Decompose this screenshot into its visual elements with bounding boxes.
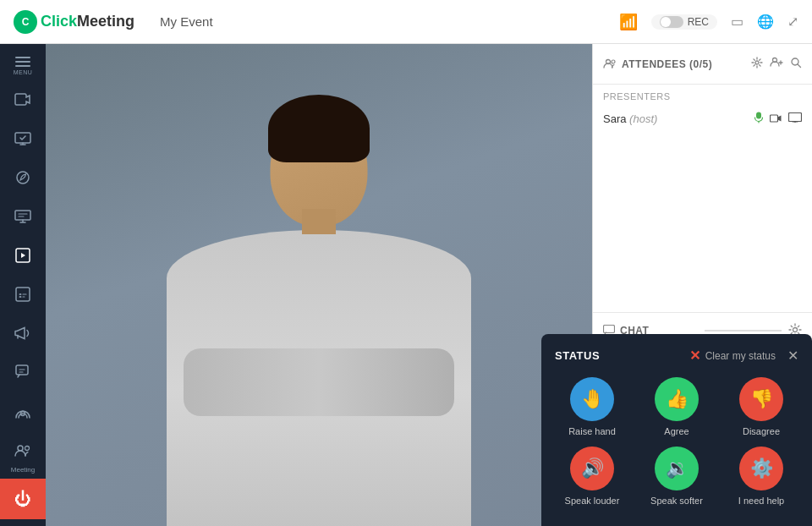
svg-point-15 xyxy=(755,61,759,64)
clear-status-button[interactable]: Clear my status xyxy=(705,350,776,362)
sidebar-item-broadcast[interactable] xyxy=(4,394,41,431)
sidebar-item-draw[interactable] xyxy=(4,161,41,198)
svg-point-6 xyxy=(19,296,21,298)
event-title: My Event xyxy=(160,14,213,29)
meeting-label: Meeting xyxy=(11,466,35,474)
rec-label: REC xyxy=(688,16,709,28)
status-speak-softer[interactable]: 🔉 Speak softer xyxy=(639,447,714,506)
svg-point-22 xyxy=(793,327,798,331)
agree-button[interactable]: 👍 xyxy=(655,377,699,421)
video-background xyxy=(46,44,592,526)
svg-point-10 xyxy=(25,446,30,450)
meeting-icon xyxy=(14,443,31,461)
speak-softer-button[interactable]: 🔉 xyxy=(655,447,699,490)
status-disagree[interactable]: 👎 Disagree xyxy=(724,377,798,436)
status-grid: 🤚 Raise hand 👍 Agree 👎 Disagree 🔊 Speak … xyxy=(555,377,798,506)
sidebar-item-poll[interactable] xyxy=(4,277,41,315)
presenter-cam-icon[interactable] xyxy=(770,112,782,126)
person-hair xyxy=(268,95,370,162)
globe-icon[interactable]: 🌐 xyxy=(757,14,774,30)
power-button[interactable]: ⏻ xyxy=(0,479,46,519)
status-speak-louder[interactable]: 🔊 Speak louder xyxy=(555,447,629,506)
sidebar-item-play[interactable] xyxy=(4,238,41,276)
top-bar-left: C ClickMeeting My Event xyxy=(14,10,213,34)
video-area: ⚙️ xyxy=(46,44,592,526)
video-content: ⚙️ xyxy=(46,44,592,526)
presenter-mic-icon[interactable] xyxy=(754,112,763,126)
monitor-icon[interactable]: ▭ xyxy=(731,14,743,30)
sidebar-bottom: Meeting ⏻ xyxy=(0,435,46,519)
status-close-button[interactable]: ✕ xyxy=(787,348,798,364)
chat-divider xyxy=(705,330,782,331)
raise-hand-button[interactable]: 🤚 xyxy=(570,377,614,421)
presenter-row: Sara (host) xyxy=(603,108,802,129)
hamburger-line-3 xyxy=(15,65,30,67)
rec-badge: REC xyxy=(651,14,717,30)
power-icon: ⏻ xyxy=(14,490,31,509)
sidebar-item-camera[interactable] xyxy=(4,83,41,120)
svg-rect-21 xyxy=(604,326,615,333)
sidebar: MENU xyxy=(0,44,46,526)
speak-softer-label: Speak softer xyxy=(650,496,703,506)
sidebar-menu-button[interactable]: MENU xyxy=(0,51,46,81)
meeting-icon-wrap xyxy=(4,438,41,465)
sidebar-item-screen-share[interactable] xyxy=(4,122,41,159)
clear-x-icon: ✕ xyxy=(689,348,700,364)
presenter-role: (host) xyxy=(629,112,657,125)
speak-louder-button[interactable]: 🔊 xyxy=(570,447,614,490)
need-help-label: I need help xyxy=(738,496,784,506)
status-header-right: ✕ Clear my status ✕ xyxy=(689,348,798,364)
sidebar-item-chat[interactable] xyxy=(4,355,41,392)
sidebar-item-megaphone[interactable] xyxy=(4,316,41,353)
status-need-help[interactable]: ⚙️ I need help xyxy=(724,447,798,506)
svg-rect-2 xyxy=(15,211,30,220)
camera-icon xyxy=(14,93,31,111)
draw-icon xyxy=(15,170,30,189)
poll-icon xyxy=(15,287,30,306)
top-bar: C ClickMeeting My Event 📶 REC ▭ 🌐 ⤢ xyxy=(0,0,812,44)
attendees-actions xyxy=(751,57,802,71)
screen-share-icon xyxy=(14,132,31,150)
status-agree[interactable]: 👍 Agree xyxy=(639,377,714,436)
logo-circle: C xyxy=(14,10,37,34)
svg-rect-20 xyxy=(789,113,802,122)
disagree-button[interactable]: 👎 xyxy=(739,377,783,421)
chat-icon xyxy=(15,364,30,384)
status-raise-hand[interactable]: 🤚 Raise hand xyxy=(555,377,629,436)
fullscreen-icon[interactable]: ⤢ xyxy=(787,14,798,30)
attendee-add-icon[interactable] xyxy=(770,57,783,71)
rec-toggle[interactable] xyxy=(660,16,683,28)
status-popup: STATUS ✕ Clear my status ✕ 🤚 Raise hand … xyxy=(541,334,812,526)
play-icon xyxy=(15,248,30,267)
need-help-button[interactable]: ⚙️ xyxy=(739,447,783,490)
disagree-label: Disagree xyxy=(743,426,780,436)
whiteboard-icon xyxy=(14,210,31,227)
svg-point-5 xyxy=(19,293,21,295)
speak-louder-label: Speak louder xyxy=(565,496,620,506)
wifi-icon: 📶 xyxy=(619,13,638,31)
svg-rect-19 xyxy=(771,115,778,122)
menu-label: MENU xyxy=(14,69,33,75)
svg-point-14 xyxy=(612,60,615,63)
person-neck xyxy=(302,209,336,234)
presenters-label: PRESENTERS xyxy=(603,91,802,101)
person-arms xyxy=(184,348,454,416)
logo-text: ClickMeeting xyxy=(41,13,134,30)
status-popup-title: STATUS xyxy=(555,349,689,362)
presenter-screen-icon[interactable] xyxy=(788,112,802,126)
svg-rect-18 xyxy=(756,112,761,119)
sidebar-item-meeting[interactable]: Meeting xyxy=(4,435,41,477)
raise-hand-label: Raise hand xyxy=(568,426,616,436)
presenter-name: Sara (host) xyxy=(603,112,748,125)
svg-point-9 xyxy=(18,446,23,451)
sidebar-item-whiteboard[interactable] xyxy=(4,200,41,237)
attendee-settings-icon[interactable] xyxy=(751,57,763,71)
hamburger-line-2 xyxy=(15,61,30,63)
attendee-search-icon[interactable] xyxy=(790,57,802,71)
status-header: STATUS ✕ Clear my status ✕ xyxy=(555,348,798,364)
broadcast-icon xyxy=(14,403,31,423)
attendees-icon xyxy=(603,57,617,71)
presenter-controls xyxy=(754,112,802,126)
logo: C ClickMeeting xyxy=(14,10,134,34)
hamburger-line-1 xyxy=(15,57,30,58)
